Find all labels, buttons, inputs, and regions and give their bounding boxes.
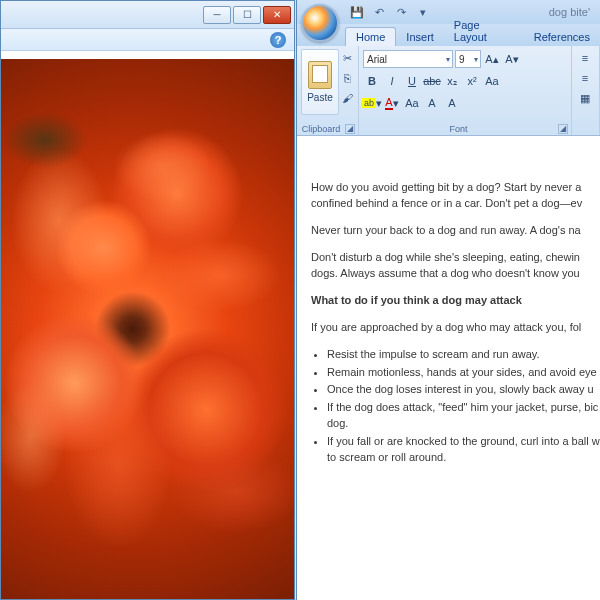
list-item: Resist the impulse to scream and run awa… [327,347,600,363]
align-left-button[interactable]: ≡ [576,69,594,87]
document-title: dog bite' [549,6,590,18]
font-color-button[interactable]: A▾ [383,94,401,112]
paragraph-group: ≡ ≡ ▦ [572,46,600,135]
font-name-select[interactable]: Arial [363,50,453,68]
close-button[interactable]: ✕ [263,6,291,24]
paste-button[interactable]: Paste [301,49,339,115]
left-titlebar: ─ ☐ ✕ [1,1,294,29]
doc-text: Don't disturb a dog while she's sleeping… [311,251,580,263]
image-area [1,51,294,599]
flower-image [1,59,294,599]
shrink-font-button[interactable]: A▾ [503,50,521,68]
doc-text: dogs. Always assume that a dog who doesn… [311,267,580,279]
undo-icon[interactable]: ↶ [371,4,387,20]
doc-text: confined behind a fence or in a car. Don… [311,197,582,209]
grow-font-button[interactable]: A▴ [483,50,501,68]
doc-text: If you are approached by a dog who may a… [311,320,600,336]
format-painter-icon[interactable]: 🖌 [339,89,355,107]
doc-text: How do you avoid getting bit by a dog? S… [311,181,581,193]
clipboard-group-label: Clipboard◢ [297,124,358,134]
word-window: 💾 ↶ ↷ ▾ dog bite' Home Insert Page Layou… [296,0,600,600]
underline-button[interactable]: U [403,72,421,90]
borders-button[interactable]: ▦ [576,89,594,107]
left-toolbar: ? [1,29,294,51]
font-group-label: Font◢ [359,124,571,134]
tab-insert[interactable]: Insert [396,28,444,46]
font-dialog-launcher[interactable]: ◢ [558,124,568,134]
shrink-font-2-button[interactable]: A [443,94,461,112]
font-size-select[interactable]: 9 [455,50,481,68]
clipboard-dialog-launcher[interactable]: ◢ [345,124,355,134]
doc-text: Never turn your back to a dog and run aw… [311,223,600,239]
office-button[interactable] [301,4,339,42]
help-icon[interactable]: ? [270,32,286,48]
qat-more-icon[interactable]: ▾ [415,4,431,20]
font-group: Arial 9 A▴ A▾ B I U abc x₂ x² Aa ab▾ A▾ … [359,46,572,135]
subscript-button[interactable]: x₂ [443,72,461,90]
bold-button[interactable]: B [363,72,381,90]
list-item: If the dog does attack, "feed" him your … [327,400,600,432]
clear-formatting-button[interactable]: Aa [403,94,421,112]
tab-home[interactable]: Home [345,27,396,46]
minimize-button[interactable]: ─ [203,6,231,24]
change-case-button[interactable]: Aa [483,72,501,90]
document-area[interactable]: How do you avoid getting bit by a dog? S… [297,136,600,600]
italic-button[interactable]: I [383,72,401,90]
cut-icon[interactable]: ✂ [339,49,355,67]
doc-bullet-list: Resist the impulse to scream and run awa… [311,347,600,467]
image-viewer-window: ─ ☐ ✕ ? [0,0,295,600]
maximize-button[interactable]: ☐ [233,6,261,24]
bullets-button[interactable]: ≡ [576,49,594,67]
superscript-button[interactable]: x² [463,72,481,90]
redo-icon[interactable]: ↷ [393,4,409,20]
tab-references[interactable]: References [524,28,600,46]
doc-heading: What to do if you think a dog may attack [311,293,600,309]
list-item: Once the dog loses interest in you, slow… [327,382,600,398]
clipboard-group: Paste ✂ ⎘ 🖌 Clipboard◢ [297,46,359,135]
strikethrough-button[interactable]: abc [423,72,441,90]
grow-font-2-button[interactable]: A [423,94,441,112]
highlight-button[interactable]: ab▾ [363,94,381,112]
copy-icon[interactable]: ⎘ [339,69,355,87]
tab-page-layout[interactable]: Page Layout [444,16,524,46]
ribbon: Paste ✂ ⎘ 🖌 Clipboard◢ Arial 9 A▴ A▾ B I… [297,46,600,136]
paste-icon [308,61,332,89]
list-item: If you fall or are knocked to the ground… [327,434,600,466]
save-icon[interactable]: 💾 [349,4,365,20]
quick-access-toolbar: 💾 ↶ ↷ ▾ [349,4,431,20]
ribbon-tabs: Home Insert Page Layout References [297,24,600,46]
paste-label: Paste [307,92,333,103]
list-item: Remain motionless, hands at your sides, … [327,365,600,381]
